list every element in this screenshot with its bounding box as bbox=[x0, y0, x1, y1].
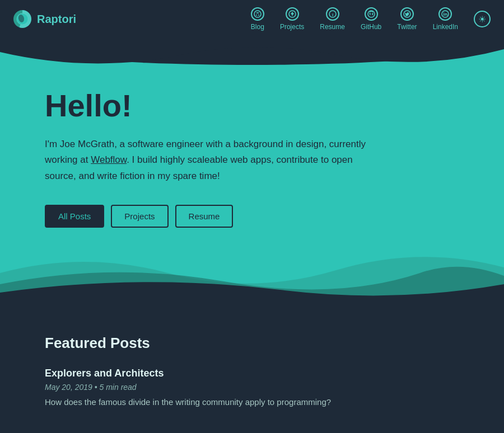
nav-github-label: GitHub bbox=[361, 23, 381, 31]
nav-item-twitter[interactable]: Twitter bbox=[397, 7, 417, 31]
nav-blog-label: Blog bbox=[251, 23, 264, 31]
nav-links: Blog Projects i Resume bbox=[251, 7, 491, 31]
theme-toggle-button[interactable]: ☀ bbox=[474, 11, 491, 27]
nav-item-projects[interactable]: Projects bbox=[280, 7, 304, 31]
post-meta: May 20, 2019 • 5 min read bbox=[45, 383, 459, 392]
nav-item-resume[interactable]: i Resume bbox=[320, 7, 345, 31]
linkedin-icon bbox=[438, 7, 452, 21]
svg-text:i: i bbox=[332, 12, 333, 17]
navbar: Raptori Blog Projects bbox=[0, 0, 504, 38]
brand-logo-icon bbox=[13, 10, 31, 28]
featured-section: Featured Posts Explorers and Architects … bbox=[0, 307, 504, 433]
all-posts-button[interactable]: All Posts bbox=[45, 205, 104, 228]
hero-content: Hello! I'm Joe McGrath, a software engin… bbox=[45, 72, 426, 228]
resume-button[interactable]: Resume bbox=[175, 205, 234, 228]
nav-item-blog[interactable]: Blog bbox=[251, 7, 264, 31]
blog-icon bbox=[251, 7, 264, 21]
github-icon bbox=[365, 7, 378, 21]
hero-section: Hello! I'm Joe McGrath, a software engin… bbox=[0, 38, 504, 307]
nav-item-github[interactable]: GitHub bbox=[361, 7, 381, 31]
webflow-link[interactable]: Webflow bbox=[91, 154, 127, 165]
featured-title: Featured Posts bbox=[45, 335, 459, 352]
svg-rect-11 bbox=[444, 13, 444, 16]
svg-point-4 bbox=[258, 15, 259, 16]
projects-button[interactable]: Projects bbox=[111, 205, 168, 228]
featured-post-item: Explorers and Architects May 20, 2019 • … bbox=[45, 368, 459, 409]
nav-resume-label: Resume bbox=[320, 23, 345, 31]
hero-description: I'm Joe McGrath, a software engineer wit… bbox=[45, 137, 370, 185]
nav-projects-label: Projects bbox=[280, 23, 304, 31]
brand-name: Raptori bbox=[37, 13, 76, 26]
nav-linkedin-label: LinkedIn bbox=[433, 23, 458, 31]
svg-point-2 bbox=[254, 11, 261, 17]
svg-point-12 bbox=[444, 12, 444, 13]
hero-greeting: Hello! bbox=[45, 88, 426, 123]
hero-buttons: All Posts Projects Resume bbox=[45, 205, 426, 228]
brand-logo-link[interactable]: Raptori bbox=[13, 10, 76, 28]
post-excerpt: How does the famous divide in the writin… bbox=[45, 396, 459, 409]
sun-icon: ☀ bbox=[478, 14, 486, 25]
svg-point-3 bbox=[256, 15, 257, 16]
nav-twitter-label: Twitter bbox=[397, 23, 417, 31]
twitter-icon bbox=[400, 7, 414, 21]
nav-item-linkedin[interactable]: LinkedIn bbox=[433, 7, 458, 31]
resume-icon: i bbox=[326, 7, 339, 21]
projects-icon bbox=[286, 7, 299, 21]
post-title[interactable]: Explorers and Architects bbox=[45, 368, 459, 379]
